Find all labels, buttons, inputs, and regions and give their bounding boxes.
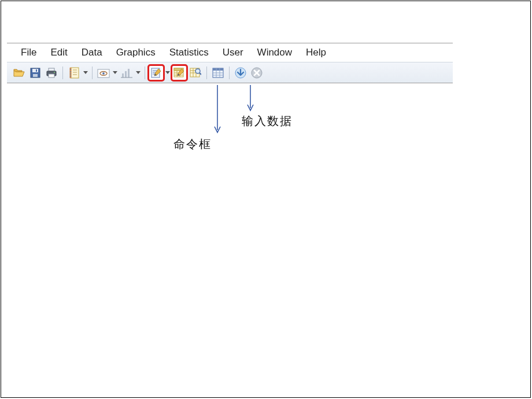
svg-rect-6	[49, 74, 54, 77]
toolbar-separator	[229, 66, 230, 79]
dofile-editor-button[interactable]	[149, 65, 164, 80]
svg-point-13	[70, 75, 71, 76]
menu-statistics[interactable]: Statistics	[162, 45, 216, 61]
close-circle-icon	[251, 67, 263, 79]
table-grid-icon	[212, 68, 224, 78]
svg-rect-1	[32, 69, 38, 72]
data-browser-button[interactable]	[188, 65, 203, 80]
table-magnifier-icon	[190, 67, 201, 79]
toolbar-separator	[145, 66, 145, 79]
menu-window[interactable]: Window	[250, 45, 299, 61]
svg-point-7	[54, 72, 55, 73]
toolbar	[7, 62, 453, 83]
dofile-dropdown[interactable]	[165, 71, 171, 75]
menu-help[interactable]: Help	[299, 45, 333, 61]
notebook-icon	[69, 67, 79, 79]
toolbar-separator	[62, 66, 63, 79]
svg-rect-43	[213, 68, 223, 71]
svg-rect-20	[122, 73, 124, 77]
arrow-input-data	[247, 85, 254, 113]
eye-page-icon	[97, 68, 110, 78]
annotation-command-box: 命令框	[173, 136, 212, 152]
menu-graphics[interactable]: Graphics	[109, 45, 162, 61]
folder-open-icon	[13, 68, 25, 78]
printer-icon	[46, 68, 57, 78]
save-button[interactable]	[28, 65, 43, 80]
svg-rect-21	[125, 71, 127, 77]
svg-rect-22	[128, 69, 130, 77]
svg-point-10	[70, 68, 71, 69]
svg-point-19	[102, 72, 105, 75]
print-button[interactable]	[44, 65, 59, 80]
toolbar-separator	[206, 66, 207, 79]
down-arrow-circle-icon	[235, 67, 246, 79]
document-pencil-icon	[150, 67, 162, 79]
svg-point-11	[70, 71, 71, 72]
svg-rect-8	[71, 68, 79, 78]
annotation-input-data: 输入数据	[242, 113, 293, 129]
svg-rect-2	[33, 74, 38, 77]
graph-button[interactable]	[119, 65, 134, 80]
table-pencil-icon	[173, 67, 185, 79]
bar-chart-icon	[121, 68, 132, 78]
open-button[interactable]	[12, 65, 27, 80]
arrow-command-box	[214, 85, 221, 134]
floppy-disk-icon	[30, 68, 40, 78]
log-button[interactable]	[66, 65, 82, 80]
break-button[interactable]	[249, 65, 264, 80]
log-dropdown[interactable]	[83, 71, 88, 75]
menu-file[interactable]: File	[14, 45, 43, 61]
menu-user[interactable]: User	[216, 45, 250, 61]
svg-point-12	[70, 73, 71, 74]
svg-rect-4	[49, 68, 54, 71]
application-window: File Edit Data Graphics Statistics User …	[7, 43, 453, 83]
menu-edit[interactable]: Edit	[43, 45, 74, 61]
variables-manager-button[interactable]	[210, 65, 226, 80]
menu-bar: File Edit Data Graphics Statistics User …	[7, 43, 453, 62]
data-editor-button[interactable]	[172, 65, 187, 80]
viewer-dropdown[interactable]	[112, 71, 118, 75]
viewer-button[interactable]	[96, 65, 111, 80]
graph-dropdown[interactable]	[135, 71, 141, 75]
menu-data[interactable]: Data	[75, 45, 109, 61]
toolbar-separator	[92, 66, 93, 79]
go-button[interactable]	[233, 65, 248, 80]
svg-point-40	[195, 69, 200, 73]
svg-rect-3	[36, 69, 37, 72]
